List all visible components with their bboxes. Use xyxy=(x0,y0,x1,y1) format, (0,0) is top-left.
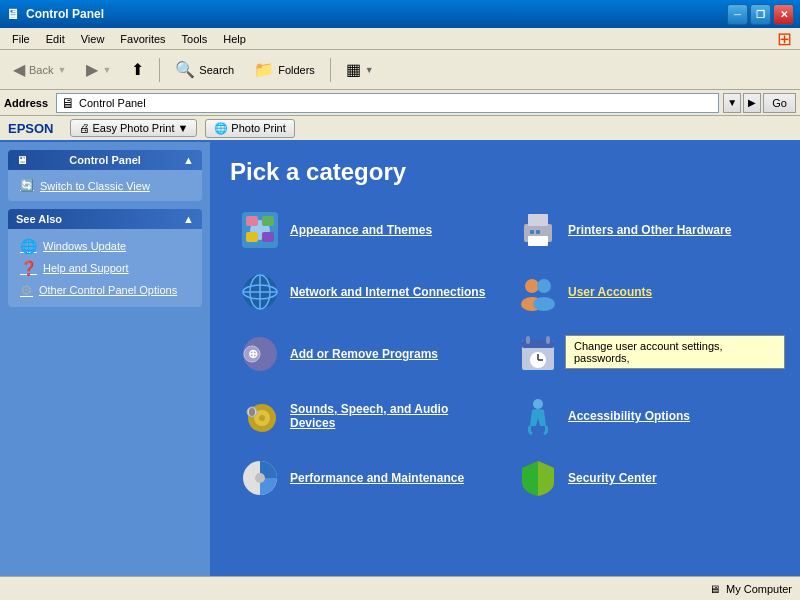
category-sounds[interactable]: Sounds, Speech, and Audio Devices xyxy=(230,388,502,444)
users-label[interactable]: User Accounts xyxy=(568,285,652,299)
svg-point-32 xyxy=(259,415,265,421)
go-button[interactable]: Go xyxy=(763,93,796,113)
printers-label[interactable]: Printers and Other Hardware xyxy=(568,223,731,237)
addressbar: Address 🖥 Control Panel ▼ ▶ Go xyxy=(0,90,800,116)
forward-button[interactable]: ▶ ▼ xyxy=(77,56,120,83)
address-input-wrapper: 🖥 Control Panel xyxy=(56,93,719,113)
category-security[interactable]: Security Center xyxy=(508,450,780,506)
svg-point-34 xyxy=(249,408,255,416)
switch-label: Switch to Classic View xyxy=(40,180,150,192)
folders-icon: 📁 xyxy=(254,60,274,79)
svg-point-37 xyxy=(255,473,265,483)
easy-photo-print-button[interactable]: 🖨 Easy Photo Print ▼ xyxy=(70,119,198,137)
svg-rect-2 xyxy=(246,216,258,226)
sidebar-see-also-section: See Also ▲ 🌐 Windows Update ❓ Help and S… xyxy=(8,209,202,307)
menu-file[interactable]: File xyxy=(4,31,38,47)
minimize-button[interactable]: ─ xyxy=(727,4,748,25)
menu-edit[interactable]: Edit xyxy=(38,31,73,47)
menu-view[interactable]: View xyxy=(73,31,113,47)
addremove-label[interactable]: Add or Remove Programs xyxy=(290,347,438,361)
svg-text:⊕: ⊕ xyxy=(248,347,258,361)
toolbar-separator-2 xyxy=(330,58,331,82)
appearance-svg xyxy=(240,210,280,250)
sidebar: 🖥 Control Panel ▲ 🔄 Switch to Classic Vi… xyxy=(0,142,210,576)
menu-help[interactable]: Help xyxy=(215,31,254,47)
sounds-svg xyxy=(240,396,280,436)
photo-print-button[interactable]: 🌐 Photo Print xyxy=(205,119,294,138)
category-addremove[interactable]: ⊕ Add or Remove Programs xyxy=(230,326,502,382)
sounds-label[interactable]: Sounds, Speech, and Audio Devices xyxy=(290,402,492,430)
category-printers[interactable]: Printers and Other Hardware xyxy=(508,202,780,258)
performance-label[interactable]: Performance and Maintenance xyxy=(290,471,464,485)
help-support-link[interactable]: ❓ Help and Support xyxy=(16,257,194,279)
menubar: File Edit View Favorites Tools Help ⊞ xyxy=(0,28,800,50)
printers-icon xyxy=(518,210,558,250)
photo-print-label: Photo Print xyxy=(231,122,285,134)
menu-favorites[interactable]: Favorites xyxy=(112,31,173,47)
search-button[interactable]: 🔍 Search xyxy=(166,56,243,83)
appearance-icon xyxy=(240,210,280,250)
address-input[interactable]: Control Panel xyxy=(79,97,146,109)
views-button[interactable]: ▦ ▼ xyxy=(337,56,383,83)
titlebar-buttons: ─ ❐ ✕ xyxy=(727,4,794,25)
sidebar-cp-title: Control Panel xyxy=(69,154,141,166)
epson-bar: EPSON 🖨 Easy Photo Print ▼ 🌐 Photo Print xyxy=(0,116,800,142)
sidebar-see-also-header: See Also ▲ xyxy=(8,209,202,229)
sidebar-see-also-body: 🌐 Windows Update ❓ Help and Support ⚙ Ot… xyxy=(8,229,202,307)
category-appearance[interactable]: Appearance and Themes xyxy=(230,202,502,258)
help-support-icon: ❓ xyxy=(20,260,37,276)
sidebar-cp-body: 🔄 Switch to Classic View xyxy=(8,170,202,201)
sidebar-cp-collapse-icon[interactable]: ▲ xyxy=(183,154,194,166)
folders-button[interactable]: 📁 Folders xyxy=(245,56,324,83)
appearance-label[interactable]: Appearance and Themes xyxy=(290,223,432,237)
up-icon: ⬆ xyxy=(131,60,144,79)
other-options-label: Other Control Panel Options xyxy=(39,284,177,296)
category-users[interactable]: User Accounts xyxy=(508,264,780,320)
performance-svg xyxy=(240,458,280,498)
page-title: Pick a category xyxy=(230,158,780,186)
titlebar-icon: 🖥 xyxy=(6,6,20,22)
svg-rect-8 xyxy=(528,236,548,246)
switch-classic-view-link[interactable]: 🔄 Switch to Classic View xyxy=(16,176,194,195)
back-icon: ◀ xyxy=(13,60,25,79)
addremove-svg: ⊕ xyxy=(240,334,280,374)
epson-brand: EPSON xyxy=(8,121,54,136)
back-button[interactable]: ◀ Back ▼ xyxy=(4,56,75,83)
other-options-link[interactable]: ⚙ Other Control Panel Options xyxy=(16,279,194,301)
svg-rect-3 xyxy=(262,216,274,226)
easy-photo-print-label: Easy Photo Print xyxy=(93,122,175,134)
category-accessibility[interactable]: Accessibility Options xyxy=(508,388,780,444)
category-network[interactable]: Network and Internet Connections xyxy=(230,264,502,320)
address-forward-button[interactable]: ▶ xyxy=(743,93,761,113)
user-accounts-tooltip: Change user account settings, passwords, xyxy=(565,335,785,369)
forward-arrow-icon: ▼ xyxy=(102,65,111,75)
main-area: 🖥 Control Panel ▲ 🔄 Switch to Classic Vi… xyxy=(0,142,800,576)
photo-print-icon: 🌐 xyxy=(214,122,228,135)
network-label[interactable]: Network and Internet Connections xyxy=(290,285,485,299)
views-icon: ▦ xyxy=(346,60,361,79)
windows-update-link[interactable]: 🌐 Windows Update xyxy=(16,235,194,257)
close-button[interactable]: ✕ xyxy=(773,4,794,25)
restore-button[interactable]: ❐ xyxy=(750,4,771,25)
accessibility-label[interactable]: Accessibility Options xyxy=(568,409,690,423)
category-performance[interactable]: Performance and Maintenance xyxy=(230,450,502,506)
my-computer-icon: 🖥 xyxy=(709,583,720,595)
svg-rect-5 xyxy=(262,232,274,242)
printers-svg xyxy=(518,210,558,250)
sidebar-control-panel-section: 🖥 Control Panel ▲ 🔄 Switch to Classic Vi… xyxy=(8,150,202,201)
search-icon: 🔍 xyxy=(175,60,195,79)
titlebar: 🖥 Control Panel ─ ❐ ✕ xyxy=(0,0,800,28)
svg-point-17 xyxy=(537,279,551,293)
security-label[interactable]: Security Center xyxy=(568,471,657,485)
menu-tools[interactable]: Tools xyxy=(174,31,216,47)
switch-icon: 🔄 xyxy=(20,179,34,192)
up-button[interactable]: ⬆ xyxy=(122,56,153,83)
sidebar-see-also-collapse-icon[interactable]: ▲ xyxy=(183,213,194,225)
sidebar-cp-icon: 🖥 xyxy=(16,154,27,166)
svg-point-19 xyxy=(533,297,555,311)
datetime-icon xyxy=(518,334,558,374)
address-dropdown-button[interactable]: ▼ xyxy=(723,93,741,113)
svg-rect-10 xyxy=(536,230,540,234)
users-svg xyxy=(518,272,558,312)
back-label: Back xyxy=(29,64,53,76)
